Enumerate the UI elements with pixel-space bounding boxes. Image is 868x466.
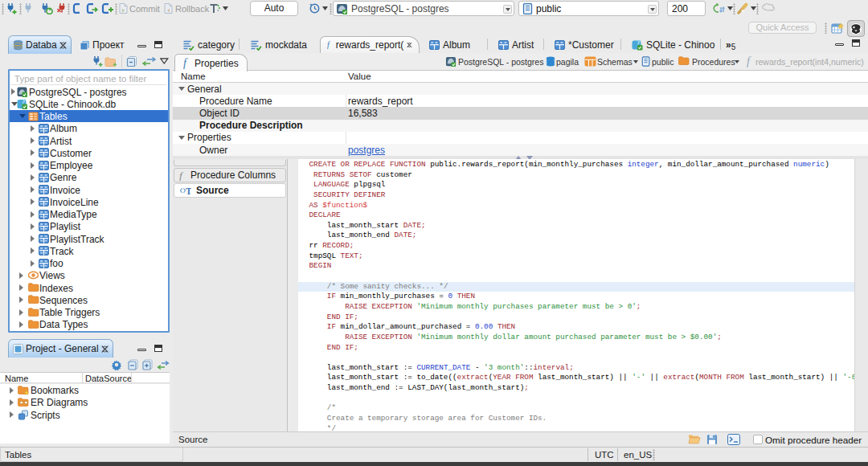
svg-text:f: f	[327, 40, 330, 49]
svg-text:f: f	[179, 170, 184, 181]
svg-text:f: f	[747, 56, 751, 67]
svg-text:f: f	[183, 58, 188, 69]
svg-text:T: T	[186, 186, 191, 196]
